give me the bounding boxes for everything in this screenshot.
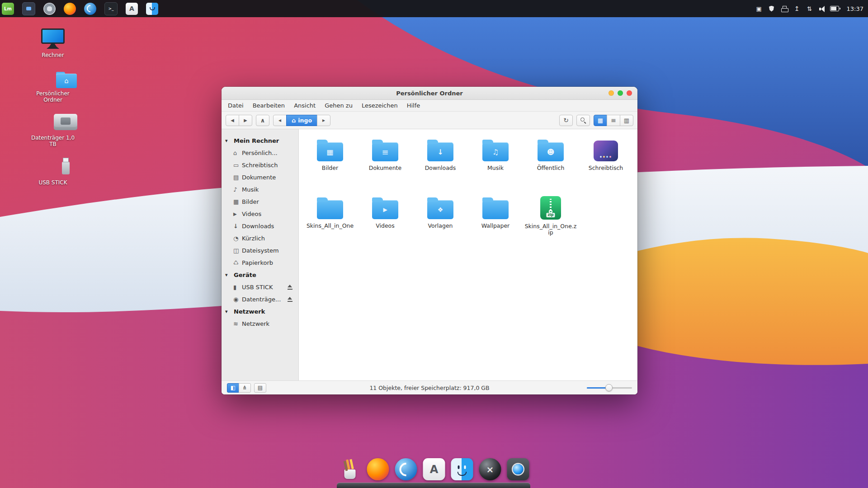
- home-icon: [292, 117, 296, 124]
- tray-icon[interactable]: [792, 2, 802, 15]
- file-icon-symbol: [482, 142, 509, 161]
- zoom-slider[interactable]: [587, 384, 632, 391]
- dock-app-icon[interactable]: [451, 458, 473, 480]
- system-tray: [754, 2, 841, 15]
- dock-app-icon[interactable]: [423, 458, 445, 480]
- eject-icon[interactable]: [287, 284, 293, 290]
- panel-app-icon[interactable]: [126, 3, 138, 15]
- hidden-window-edge[interactable]: [337, 483, 530, 488]
- menu-item[interactable]: Lesezeichen: [357, 101, 402, 110]
- toggle-terminal-button[interactable]: [254, 383, 266, 393]
- desktop-icon[interactable]: Rechner: [26, 28, 80, 59]
- maximize-button[interactable]: [618, 90, 623, 96]
- sidebar-row[interactable]: Bilder: [222, 196, 298, 208]
- dock-app-icon[interactable]: [395, 458, 417, 480]
- icon-view-button[interactable]: [594, 115, 607, 126]
- dock-app-icon[interactable]: [339, 458, 361, 480]
- file-item[interactable]: Videos: [358, 196, 413, 254]
- dock-app-icon[interactable]: [479, 458, 501, 480]
- back-button[interactable]: [226, 115, 239, 126]
- forward-button[interactable]: [239, 115, 252, 126]
- compact-view-icon: [624, 117, 629, 123]
- breadcrumb-home-segment[interactable]: ingo: [286, 115, 317, 126]
- panel-app-icon[interactable]: [146, 3, 158, 15]
- tray-icon[interactable]: [766, 2, 777, 15]
- tray-icon[interactable]: [817, 2, 828, 15]
- file-item[interactable]: Schreibtisch: [578, 138, 633, 196]
- zoom-slider-knob[interactable]: [605, 384, 613, 391]
- sidebar-row[interactable]: Dokumente: [222, 171, 298, 183]
- sidebar-row[interactable]: Kürzlich: [222, 232, 298, 244]
- file-item[interactable]: Öffentlich: [523, 138, 578, 196]
- tray-icon[interactable]: [804, 2, 815, 15]
- sidebar-row[interactable]: Netzwerk: [222, 305, 298, 318]
- file-label: Öffentlich: [537, 165, 565, 171]
- tray-icon[interactable]: [754, 2, 764, 15]
- menu-item[interactable]: Hilfe: [402, 101, 425, 110]
- tray-icon[interactable]: [830, 2, 841, 15]
- panel-app-icon[interactable]: [64, 3, 76, 15]
- file-item[interactable]: Bilder: [302, 138, 358, 196]
- up-button[interactable]: [256, 115, 269, 126]
- sidebar-row[interactable]: Dateisystem: [222, 244, 298, 257]
- breadcrumb-scroll-right[interactable]: [317, 115, 330, 126]
- panel-app-launchers: [2, 2, 158, 15]
- grid-view-icon: [598, 117, 603, 123]
- file-item[interactable]: Dokumente: [358, 138, 413, 196]
- file-icon: [594, 141, 618, 161]
- window-titlebar[interactable]: Persönlicher Ordner: [222, 87, 637, 100]
- show-treeview-button[interactable]: [239, 383, 251, 393]
- list-view-button[interactable]: [607, 115, 620, 126]
- panel-app-icon[interactable]: [84, 3, 96, 15]
- file-label: Videos: [376, 223, 395, 229]
- sidebar-row[interactable]: Papierkorb: [222, 257, 298, 269]
- sidebar-row[interactable]: Musik: [222, 183, 298, 196]
- sidebar-row-label: Geräte: [234, 272, 256, 278]
- file-item[interactable]: Musik: [468, 138, 523, 196]
- sidebar-row[interactable]: Mein Rechner: [222, 135, 298, 147]
- sidebar-row[interactable]: Netzwerk: [222, 318, 298, 330]
- clock[interactable]: 13:37: [847, 5, 863, 12]
- dock-app-icon[interactable]: [367, 458, 389, 480]
- sidebar-row[interactable]: USB STICK: [222, 281, 298, 293]
- file-icon-symbol: [594, 141, 618, 161]
- search-button[interactable]: [576, 115, 590, 126]
- file-item[interactable]: Skins_All_in_One: [302, 196, 358, 254]
- desktop-icon[interactable]: Datenträger 1,0 TB: [26, 111, 80, 148]
- sidebar-row[interactable]: Videos: [222, 208, 298, 220]
- breadcrumb-scroll-left[interactable]: [273, 115, 287, 126]
- panel-app-icon[interactable]: [22, 2, 35, 15]
- panel-app-icon[interactable]: [104, 2, 118, 15]
- tray-icon[interactable]: [779, 2, 790, 15]
- panel-app-icon[interactable]: [2, 3, 14, 15]
- sidebar-row[interactable]: Schreibtisch: [222, 159, 298, 171]
- file-label: Skins_All_in_One.zip: [524, 223, 577, 236]
- dock-app-icon[interactable]: [507, 458, 529, 480]
- sidebar-row[interactable]: Persönlich...: [222, 147, 298, 159]
- minimize-button[interactable]: [609, 90, 614, 96]
- menu-item[interactable]: Bearbeiten: [248, 101, 289, 110]
- menu-item[interactable]: Datei: [223, 101, 248, 110]
- sidebar-row[interactable]: Geräte: [222, 269, 298, 281]
- panel-app-icon[interactable]: [43, 3, 56, 15]
- places-icon: [231, 385, 236, 390]
- back-icon: [231, 117, 234, 124]
- breadcrumb-location: ingo: [298, 117, 312, 124]
- eject-icon[interactable]: [287, 296, 293, 302]
- compact-view-button[interactable]: [620, 115, 633, 126]
- file-item[interactable]: Downloads: [413, 138, 468, 196]
- sidebar-row-icon: [233, 247, 242, 254]
- toggle-location-entry-button[interactable]: [559, 115, 573, 126]
- sidebar-row[interactable]: Datenträge...: [222, 293, 298, 305]
- view-toggle-group: [594, 115, 633, 126]
- desktop-icon[interactable]: Persönlicher Ordner: [26, 66, 80, 103]
- menu-item[interactable]: Gehen zu: [320, 101, 357, 110]
- file-item[interactable]: Wallpaper: [468, 196, 523, 254]
- desktop-icon[interactable]: USB STICK: [26, 155, 80, 186]
- file-item[interactable]: Vorlagen: [413, 196, 468, 254]
- file-item[interactable]: zip Skins_All_in_One.zip: [523, 196, 578, 254]
- close-button[interactable]: [627, 90, 632, 96]
- sidebar-row[interactable]: Downloads: [222, 220, 298, 232]
- menu-item[interactable]: Ansicht: [289, 101, 320, 110]
- show-places-button[interactable]: [227, 383, 239, 393]
